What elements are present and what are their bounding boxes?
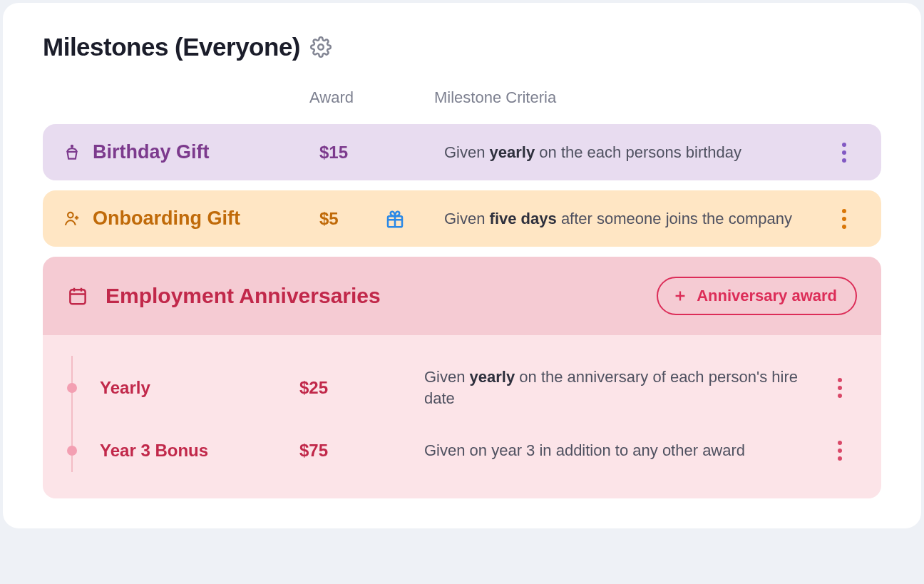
timeline-dot: [67, 383, 77, 393]
anniv-year3-menu[interactable]: [823, 441, 857, 461]
anniv-yearly-menu[interactable]: [823, 378, 857, 398]
add-anniversary-label: Anniversary award: [697, 287, 837, 305]
table-header: Award Milestone Criteria: [43, 88, 881, 124]
anniv-year3-label: Year 3 Bonus: [100, 441, 208, 461]
anniv-yearly-criteria: Given yearly on the anniversary of each …: [424, 367, 809, 409]
milestones-card: Milestones (Everyone) Award Milestone Cr…: [3, 3, 921, 528]
gift-icon: [384, 208, 406, 230]
row-onboarding-label: Onboarding Gift: [93, 208, 240, 230]
plus-icon: [672, 288, 688, 304]
row-onboarding-menu[interactable]: [827, 209, 861, 229]
anniv-year3-award: $75: [299, 441, 424, 461]
th-award: Award: [309, 88, 434, 107]
page-title: Milestones (Everyone): [43, 33, 300, 61]
row-onboarding: Onboarding Gift $5 Given five days after…: [43, 190, 881, 247]
anniversaries-title: Employment Anniversaries: [106, 284, 381, 308]
cupcake-icon: [63, 143, 81, 162]
calendar-icon: [67, 285, 88, 307]
page-header: Milestones (Everyone): [43, 33, 881, 61]
timeline-dot: [67, 446, 77, 456]
svg-point-0: [318, 44, 324, 50]
row-birthday-award: $15: [319, 143, 444, 163]
gear-icon[interactable]: [310, 36, 332, 58]
svg-point-1: [71, 145, 73, 146]
row-onboarding-award: $5: [319, 209, 339, 229]
anniv-year3-criteria: Given on year 3 in addition to any other…: [424, 440, 809, 461]
anniv-yearly-award: $25: [299, 378, 424, 398]
add-anniversary-button[interactable]: Anniversary award: [657, 277, 857, 315]
row-birthday: Birthday Gift $15 Given yearly on the ea…: [43, 124, 881, 180]
anniv-row-year3: Year 3 Bonus $75 Given on year 3 in addi…: [67, 424, 857, 477]
svg-point-2: [68, 212, 73, 217]
svg-rect-4: [70, 290, 85, 304]
row-birthday-criteria: Given yearly on the each persons birthda…: [444, 142, 827, 163]
anniversaries-header: Employment Anniversaries Anniversary awa…: [43, 257, 881, 335]
row-onboarding-criteria: Given five days after someone joins the …: [444, 208, 827, 230]
person-plus-icon: [63, 210, 81, 228]
row-birthday-label: Birthday Gift: [93, 141, 210, 163]
row-birthday-menu[interactable]: [827, 143, 861, 163]
row-birthday-name: Birthday Gift: [63, 141, 319, 163]
anniversaries-section: Employment Anniversaries Anniversary awa…: [43, 257, 881, 498]
anniv-yearly-label: Yearly: [100, 378, 150, 398]
th-criteria: Milestone Criteria: [434, 88, 837, 107]
anniversaries-body: Yearly $25 Given yearly on the anniversa…: [43, 335, 881, 498]
row-onboarding-award-wrap: $5: [319, 208, 444, 230]
anniv-row-yearly: Yearly $25 Given yearly on the anniversa…: [67, 351, 857, 424]
row-onboarding-name: Onboarding Gift: [63, 208, 319, 230]
